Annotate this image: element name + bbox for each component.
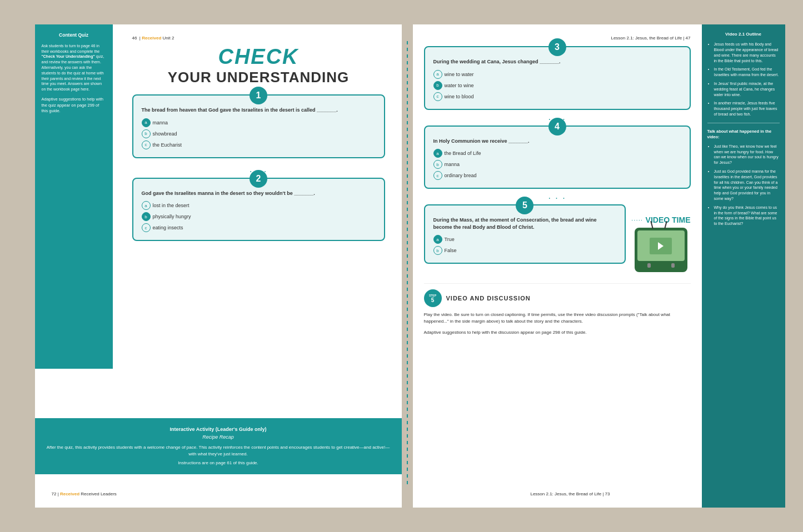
q1-answer-a: a manna — [142, 118, 376, 127]
divider-line — [407, 41, 408, 485]
q2-letter-b: b — [142, 212, 151, 221]
video-outline-list: Jesus feeds us with his Body and Blood u… — [707, 42, 780, 117]
q4-answer-b: b manna — [433, 160, 681, 169]
question-card-3: 3 During the wedding at Cana, Jesus chan… — [424, 46, 691, 110]
dotted-connector-4: · · · — [424, 193, 691, 203]
right-sidebar: Video 2.1 Outline Jesus feeds us with hi… — [702, 24, 785, 508]
tv-screen-inner — [650, 238, 672, 254]
left-sidebar: Content Quiz Ask students to turn to pag… — [35, 24, 113, 369]
q1-letter-c: c — [142, 140, 151, 149]
video-outline-item-1: Jesus feeds us with his Body and Blood u… — [714, 42, 780, 63]
tv-stand — [637, 263, 685, 268]
question-card-1: 1 The bread from heaven that God gave th… — [132, 94, 385, 158]
q2-answer-b: b physically hungry — [142, 212, 376, 221]
tv-icon — [635, 228, 687, 272]
left-received-label: Received — [142, 36, 161, 41]
tv-leg-right — [671, 263, 675, 268]
q3-text-b: water to wine — [445, 83, 474, 88]
q5-letter-b: b — [433, 246, 442, 255]
center-divider — [402, 24, 413, 508]
q1-letter-a: a — [142, 118, 151, 127]
q3-letter-b: b — [433, 81, 442, 90]
talk-item-2: Just as God provided manna for the Israe… — [714, 169, 780, 202]
activity-title: Interactive Activity (Leader's Guide onl… — [46, 426, 391, 434]
q4-text-a: the Bread of Life — [445, 150, 481, 156]
q5-answer-a: a True — [433, 235, 617, 244]
q5-letter-a: a — [433, 235, 442, 244]
talk-item-1: Just like Theo, we know how we feel when… — [714, 144, 780, 165]
q4-text: In Holy Communion we receive _______. — [433, 138, 681, 145]
talk-title: Talk about what happened in the video: — [707, 129, 780, 140]
video-outline-item-2: In the Old Testament, God fed the Israel… — [714, 67, 780, 78]
sidebar-body: Ask students to turn to page 46 in their… — [42, 43, 106, 92]
q5-answer-b: b False — [433, 246, 617, 255]
activity-body: After the quiz, this activity provides s… — [46, 444, 391, 458]
q1-text-c: the Eucharist — [153, 142, 182, 148]
q1-number: 1 — [250, 87, 267, 104]
video-outline-title: Video 2.1 Outline — [707, 31, 780, 37]
tv-leg-left — [647, 263, 651, 268]
step-badge: STEP 5 — [424, 289, 442, 307]
activity-instructions: Instructions are on page 61 of this guid… — [46, 460, 391, 466]
q4-answer-c: c ordinary bread — [433, 171, 681, 180]
q4-text-c: ordinary bread — [445, 173, 477, 178]
right-footer: Lesson 2.1: Jesus, the Bread of Life | 7… — [530, 491, 610, 496]
vd-header: STEP 5 VIDEO AND DISCUSSION — [424, 289, 691, 307]
question-card-2: 2 God gave the Israelites manna in the d… — [132, 178, 385, 242]
q5-number: 5 — [516, 197, 533, 214]
right-page: Lesson 2.1: Jesus, the Bread of Life | 4… — [413, 24, 702, 508]
activity-subtitle: Recipe Recap — [46, 434, 391, 441]
q4-text-b: manna — [445, 162, 460, 167]
q2-letter-c: c — [142, 223, 151, 232]
vd-title: VIDEO AND DISCUSSION — [446, 295, 531, 302]
video-outline-item-3: In Jesus' first public miracle, at the w… — [714, 81, 780, 97]
q3-number: 3 — [548, 38, 566, 56]
question-card-5: 5 During the Mass, at the moment of Cons… — [424, 204, 626, 264]
sidebar-adaptive-note: Adaptive suggestions to help with the qu… — [42, 97, 106, 114]
play-icon — [658, 242, 664, 250]
video-time-text: VIDEO TIME — [646, 215, 691, 224]
activity-box: Interactive Activity (Leader's Guide onl… — [35, 418, 402, 474]
q2-text: God gave the Israelites manna in the des… — [142, 190, 376, 197]
q2-answer-c: c eating insects — [142, 223, 376, 232]
right-footer-text: Lesson 2.1: Jesus, the Bread of Life | 7… — [530, 491, 610, 496]
q4-letter-b: b — [433, 160, 442, 169]
vd-para1: Play the video. Be sure to turn on close… — [424, 312, 691, 325]
talk-list: Just like Theo, we know how we feel when… — [707, 144, 780, 227]
q2-letter-a: a — [142, 201, 151, 210]
q1-answer-c: c the Eucharist — [142, 140, 376, 149]
q4-number: 4 — [548, 118, 566, 135]
tv-screen — [637, 230, 685, 261]
q1-text: The bread from heaven that God gave the … — [142, 107, 376, 114]
q5-text: During the Mass, at the moment of Consec… — [433, 217, 617, 230]
video-outline-item-4: In another miracle, Jesus feeds five tho… — [714, 101, 780, 117]
q3-text-a: wine to water — [445, 72, 474, 77]
video-discussion-section: STEP 5 VIDEO AND DISCUSSION Play the vid… — [424, 283, 691, 336]
video-time-label-row: ····· VIDEO TIME — [631, 215, 690, 224]
q5-video-row: 5 During the Mass, at the moment of Cons… — [424, 204, 691, 272]
check-title-line2: YOUR UNDERSTANDING — [132, 69, 385, 86]
q4-answer-a: a the Bread of Life — [433, 149, 681, 158]
q5-text-a: True — [445, 237, 455, 242]
q3-letter-a: a — [433, 70, 442, 79]
left-page: Content Quiz Ask students to turn to pag… — [35, 24, 402, 508]
q3-answer-b: b water to wine — [433, 81, 681, 90]
q4-letter-a: a — [433, 149, 442, 158]
left-footer-received: Received — [60, 491, 79, 496]
check-title-line1: CHECK — [132, 45, 385, 69]
q3-letter-c: c — [433, 92, 442, 101]
video-time-section: ····· VIDEO TIME — [631, 204, 690, 272]
check-title: CHECK YOUR UNDERSTANDING — [132, 45, 385, 86]
q2-text-b: physically hungry — [153, 214, 191, 219]
left-page-number: 46 — [132, 36, 137, 41]
q2-text-a: lost in the desert — [153, 203, 189, 208]
left-footer-number: 72 — [52, 491, 57, 496]
q3-answer-c: c wine to blood — [433, 92, 681, 101]
q1-text-a: manna — [153, 120, 168, 126]
q1-text-b: showbread — [153, 131, 177, 137]
step-number: 5 — [431, 297, 435, 303]
left-page-main: 46 | Received Unit 2 CHECK YOUR UNDERSTA… — [132, 36, 385, 249]
q3-text-c: wine to blood — [445, 94, 474, 99]
q2-answer-a: a lost in the desert — [142, 201, 376, 210]
sidebar-title: Content Quiz — [42, 32, 106, 39]
